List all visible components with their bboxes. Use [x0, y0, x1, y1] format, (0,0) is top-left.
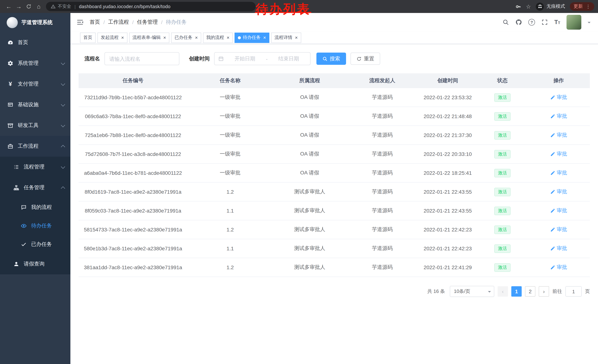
- cell-process: OA 请假: [273, 126, 346, 145]
- tab[interactable]: 已办任务×: [171, 32, 201, 43]
- sidebar-item-label: 请假查询: [24, 261, 65, 267]
- font-size-big: T: [554, 19, 558, 25]
- chat-icon: [21, 204, 27, 210]
- status-badge: 激活: [494, 263, 511, 272]
- tab[interactable]: 流程详情×: [271, 32, 301, 43]
- tab-close-icon[interactable]: ×: [263, 35, 266, 40]
- search-icon: [322, 56, 328, 61]
- approve-link[interactable]: 审批: [550, 264, 567, 270]
- page-size-select[interactable]: 10条/页: [450, 286, 494, 297]
- col-process: 所属流程: [273, 73, 346, 88]
- cell-starter: 芋道源码: [346, 163, 418, 182]
- tab[interactable]: 我的流程×: [203, 32, 233, 43]
- page-button-1[interactable]: 1: [511, 286, 522, 297]
- hamburger-icon: [76, 18, 84, 26]
- search-icon[interactable]: [502, 19, 509, 25]
- help-icon[interactable]: ?: [528, 19, 535, 25]
- sidebar-collapse-button[interactable]: [76, 18, 84, 26]
- sidebar-item-label: 基础设施: [18, 101, 57, 108]
- cell-action: 审批: [527, 126, 590, 145]
- sidebar-item-my-process[interactable]: 我的流程: [0, 198, 70, 217]
- tab-close-icon[interactable]: ×: [295, 35, 298, 40]
- sidebar-item-workflow[interactable]: 工作流程: [0, 136, 70, 157]
- cell-status: 激活: [477, 145, 527, 163]
- tab[interactable]: 首页: [80, 32, 96, 43]
- cell-id: 75d72608-7b7f-11ec-a3c8-acde48001122: [79, 145, 187, 163]
- process-name-input[interactable]: [105, 52, 179, 65]
- tab[interactable]: 发起流程×: [98, 32, 127, 43]
- sidebar-item-payment[interactable]: ¥ 支付管理: [0, 74, 70, 94]
- sidebar-item-infrastructure[interactable]: 基础设施: [0, 94, 70, 115]
- approve-link[interactable]: 审批: [550, 188, 567, 195]
- approve-link[interactable]: 审批: [550, 207, 567, 214]
- approve-link[interactable]: 审批: [550, 151, 567, 157]
- bookmark-star-icon[interactable]: ☆: [526, 3, 531, 10]
- reload-icon: [26, 4, 32, 9]
- navbar-actions: ? TT: [502, 15, 590, 30]
- sidebar-item-label: 流程管理: [24, 164, 57, 170]
- cell-process: 测试多审批人: [273, 239, 346, 258]
- tabs-bar: 首页发起流程×流程表单-编辑×已办任务×我的流程×待办任务×流程详情×: [70, 32, 598, 44]
- cell-created: 2022-01-22 20:33:10: [418, 145, 477, 163]
- breadcrumb-separator: /: [161, 19, 163, 25]
- approve-link[interactable]: 审批: [550, 170, 567, 176]
- sidebar-item-home[interactable]: 首页: [0, 32, 70, 53]
- tab-close-icon[interactable]: ×: [227, 35, 230, 40]
- key-icon[interactable]: [515, 4, 521, 9]
- next-page-button[interactable]: ›: [539, 286, 549, 297]
- breadcrumb-task-mgmt[interactable]: 任务管理: [137, 19, 158, 25]
- cell-status: 激活: [477, 182, 527, 201]
- sidebar-item-devtools[interactable]: 研发工具: [0, 115, 70, 136]
- breadcrumb-workflow[interactable]: 工作流程: [108, 19, 129, 25]
- more-menu-icon[interactable]: ⋮: [586, 4, 590, 9]
- status-badge: 激活: [494, 169, 511, 177]
- url-bar[interactable]: 不安全 | dashboard.yudao.iocoder.cn/bpm/tas…: [46, 2, 256, 11]
- approve-link[interactable]: 审批: [550, 132, 567, 138]
- search-button[interactable]: 搜索: [316, 53, 346, 65]
- sidebar-item-process-mgmt[interactable]: 流程管理: [0, 157, 70, 177]
- approve-link[interactable]: 审批: [550, 245, 567, 252]
- goto-page-input[interactable]: [565, 286, 582, 297]
- cell-name: 1.1: [187, 239, 273, 258]
- caret-down-icon[interactable]: [588, 22, 590, 25]
- prev-page-button[interactable]: ‹: [498, 286, 508, 297]
- tab-close-icon[interactable]: ×: [163, 35, 166, 40]
- font-size-icon[interactable]: TT: [554, 19, 560, 25]
- app-logo[interactable]: 芋道管理系统: [0, 13, 70, 32]
- update-button[interactable]: 更新 ⋮: [570, 2, 594, 11]
- cell-process: OA 请假: [273, 88, 346, 107]
- approve-link[interactable]: 审批: [550, 94, 567, 101]
- tab-label: 已办任务: [174, 34, 192, 41]
- tab-close-icon[interactable]: ×: [195, 35, 198, 40]
- sidebar-item-done-task[interactable]: 已办任务: [0, 235, 70, 254]
- back-button[interactable]: ←: [4, 1, 14, 11]
- sidebar-item-label: 我的流程: [31, 204, 70, 211]
- fullscreen-icon[interactable]: [541, 19, 548, 25]
- approve-label: 审批: [557, 132, 567, 138]
- page-button-2[interactable]: 2: [525, 286, 535, 297]
- person-icon: [13, 261, 19, 267]
- table-row: 069c6a63-7b8a-11ec-8ef0-acde48001122一级审批…: [79, 107, 590, 126]
- status-badge: 激活: [494, 187, 511, 196]
- date-range-picker[interactable]: 开始日期 - 结束日期: [214, 52, 310, 65]
- tab[interactable]: 流程表单-编辑×: [129, 32, 169, 43]
- github-icon[interactable]: [515, 19, 522, 25]
- breadcrumb-home[interactable]: 首页: [90, 19, 100, 25]
- sidebar-item-task-mgmt[interactable]: 任务管理: [0, 177, 70, 198]
- approve-link[interactable]: 审批: [550, 226, 567, 233]
- forward-button[interactable]: →: [14, 1, 24, 11]
- reload-button[interactable]: [24, 1, 34, 11]
- approve-label: 审批: [557, 113, 567, 119]
- reset-button[interactable]: 重置: [350, 53, 380, 65]
- tab-close-icon[interactable]: ×: [121, 35, 124, 40]
- tab[interactable]: 待办任务×: [235, 32, 269, 43]
- sidebar-item-leave-query[interactable]: 请假查询: [0, 254, 70, 274]
- home-button[interactable]: ⌂: [34, 1, 44, 11]
- approve-link[interactable]: 审批: [550, 113, 567, 119]
- sidebar-item-todo-task[interactable]: 待办任务: [0, 217, 70, 235]
- cell-status: 激活: [477, 126, 527, 145]
- annotation-overlay: 待办列表: [256, 1, 310, 17]
- box-icon: [8, 122, 13, 129]
- user-avatar[interactable]: [566, 15, 581, 30]
- sidebar-item-system[interactable]: 系统管理: [0, 53, 70, 74]
